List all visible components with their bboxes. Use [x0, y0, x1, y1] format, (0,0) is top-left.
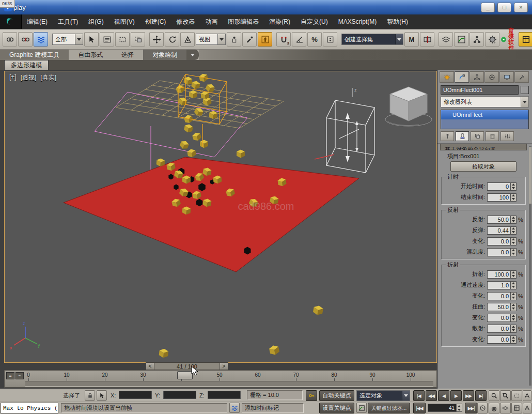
pick-object-button[interactable]: 拾取对象 — [450, 161, 517, 172]
track-bar-filter-button[interactable]: ~ — [15, 372, 24, 379]
frame-spinner-arrows[interactable] — [457, 404, 462, 412]
distortion-variation-field[interactable]: 0.0 — [487, 314, 511, 322]
tool-shortcut-button[interactable] — [519, 32, 532, 47]
select-and-scale-button[interactable] — [180, 32, 195, 47]
use-pivot-center-button[interactable] — [227, 32, 241, 47]
go-to-start-button[interactable]: |◀ — [413, 390, 425, 401]
menu-modifiers[interactable]: 修改器 — [171, 14, 200, 29]
tab-utilities[interactable] — [514, 71, 529, 83]
spinner-arrows[interactable] — [511, 335, 517, 344]
key-step-next-button[interactable]: ▶▶| — [465, 403, 477, 413]
auto-key-button[interactable]: 自动关键点 — [319, 390, 354, 401]
x-coordinate-field[interactable] — [119, 391, 152, 399]
spinner-arrows[interactable] — [511, 314, 517, 322]
zoom-extents-button[interactable] — [511, 390, 522, 401]
viewport-general-menu[interactable]: [+] — [9, 73, 17, 82]
set-key-button[interactable]: 设置关键点 — [319, 403, 354, 413]
distortion-field[interactable]: 50.0 — [487, 303, 511, 311]
key-filter-selected-dropdown[interactable]: 选定对象 — [356, 390, 410, 401]
rollout-header[interactable]: 基于对象的全导向器 — [440, 144, 527, 150]
selection-filter-dropdown[interactable]: 全部 — [52, 34, 83, 45]
curve-editor-button[interactable] — [454, 32, 468, 47]
add-time-tag-field[interactable]: 添加时间标记 — [242, 403, 304, 413]
spinner-arrows[interactable] — [511, 303, 517, 311]
tab-hierarchy[interactable] — [470, 71, 484, 83]
keyboard-override-button[interactable] — [258, 32, 272, 47]
bind-to-space-warp-button[interactable] — [34, 32, 48, 47]
diffusion-variation-field[interactable]: 0.0 — [487, 335, 511, 344]
scrollbar-thumb[interactable] — [529, 147, 531, 204]
menu-graph-editors[interactable]: 图形编辑器 — [223, 14, 264, 29]
orbit-button[interactable] — [500, 403, 511, 413]
maximize-viewport-button[interactable] — [511, 403, 522, 413]
menu-animation[interactable]: 动画 — [200, 14, 223, 29]
zoom-button[interactable] — [489, 390, 499, 401]
menu-views[interactable]: 视图(V) — [109, 14, 140, 29]
mirror-button[interactable]: M — [404, 32, 419, 47]
tab-freeform[interactable]: 自由形式 — [69, 50, 112, 60]
align-button[interactable] — [420, 32, 434, 47]
object-name-field[interactable]: UOmniFlect001 — [441, 85, 519, 95]
menu-create[interactable]: 创建(C) — [140, 14, 171, 29]
bounce-field[interactable]: 0.44 — [487, 226, 511, 235]
tab-motion[interactable] — [484, 71, 499, 83]
menu-maxscript[interactable]: MAXScript(M) — [333, 14, 382, 29]
remove-modifier-button[interactable] — [486, 131, 499, 141]
spinner-arrows[interactable] — [511, 248, 517, 256]
schematic-view-button[interactable] — [470, 32, 484, 47]
named-selection-sets-dropdown[interactable]: 创建选择集 — [341, 34, 403, 45]
key-filters-curve-button[interactable] — [356, 403, 367, 413]
set-key-toggle-button[interactable] — [306, 390, 317, 401]
key-filters-button[interactable]: 关键点过滤器... — [368, 403, 410, 413]
snap-toggle-button[interactable]: 3 — [276, 32, 291, 47]
close-button[interactable]: × — [514, 3, 528, 12]
tab-create[interactable] — [440, 71, 454, 83]
go-to-end-button[interactable]: ▶| — [475, 390, 487, 401]
spinner-snap-button[interactable] — [323, 32, 337, 47]
previous-frame-button[interactable]: ◀ — [438, 390, 449, 401]
spinner-arrows[interactable] — [511, 193, 517, 202]
spinner-arrows[interactable] — [511, 292, 517, 300]
menu-edit[interactable]: 编辑(E) — [22, 14, 53, 29]
percent-snap-button[interactable]: % — [307, 32, 322, 47]
unlink-selection-button[interactable] — [18, 32, 33, 47]
make-unique-button[interactable] — [471, 131, 484, 141]
reflect-variation-field[interactable]: 0.0 — [487, 237, 511, 246]
tab-modify[interactable] — [455, 71, 469, 83]
spinner-arrows[interactable] — [511, 226, 517, 235]
modifier-list-dropdown[interactable]: 修改器列表 — [441, 96, 529, 108]
y-coordinate-field[interactable] — [163, 391, 196, 399]
select-and-rotate-button[interactable] — [165, 32, 179, 47]
refracts-field[interactable]: 100.0 — [487, 270, 511, 279]
menu-help[interactable]: 帮助(H) — [382, 14, 413, 29]
transform-typein-toggle-button[interactable] — [97, 390, 107, 401]
select-and-move-button[interactable] — [149, 32, 164, 47]
select-by-name-button[interactable] — [100, 32, 114, 47]
object-color-swatch[interactable] — [521, 86, 529, 94]
selection-lock-button[interactable] — [85, 390, 95, 401]
next-frame-arrow[interactable]: > — [220, 363, 228, 370]
ribbon-minimize-button[interactable] — [186, 50, 199, 60]
dropdown-arrow-icon[interactable] — [402, 391, 410, 401]
menu-rendering[interactable]: 渲染(R) — [264, 14, 295, 29]
spinner-arrows[interactable] — [511, 216, 517, 224]
open-mini-curve-editor-button[interactable]: ≡ — [6, 372, 14, 379]
tab-object-paint[interactable]: 对象绘制 — [143, 50, 186, 60]
dropdown-arrow-icon[interactable] — [521, 97, 528, 107]
spinner-arrows[interactable] — [511, 281, 517, 289]
select-and-link-button[interactable] — [3, 32, 17, 47]
chaos-field[interactable]: 0.0 — [487, 248, 511, 256]
start-time-field[interactable]: 0 — [487, 182, 511, 191]
window-crossing-button[interactable] — [131, 32, 145, 47]
pin-stack-button[interactable] — [441, 131, 454, 141]
play-animation-button[interactable]: ▶ — [450, 390, 462, 401]
track-bar-strip[interactable] — [25, 381, 433, 387]
frame-readout-bar[interactable]: < 41 / 100 > — [146, 362, 228, 370]
track-bar[interactable]: ≡ ~ 0 10 20 30 40 50 60 70 80 90 100 — [4, 370, 437, 388]
application-menu-button[interactable] — [0, 14, 22, 29]
pan-view-button[interactable] — [489, 403, 499, 413]
zoom-all-button[interactable] — [500, 390, 511, 401]
zoom-region-button[interactable] — [523, 390, 531, 401]
layer-manager-button[interactable] — [439, 32, 453, 47]
spinner-arrows[interactable] — [511, 325, 517, 333]
